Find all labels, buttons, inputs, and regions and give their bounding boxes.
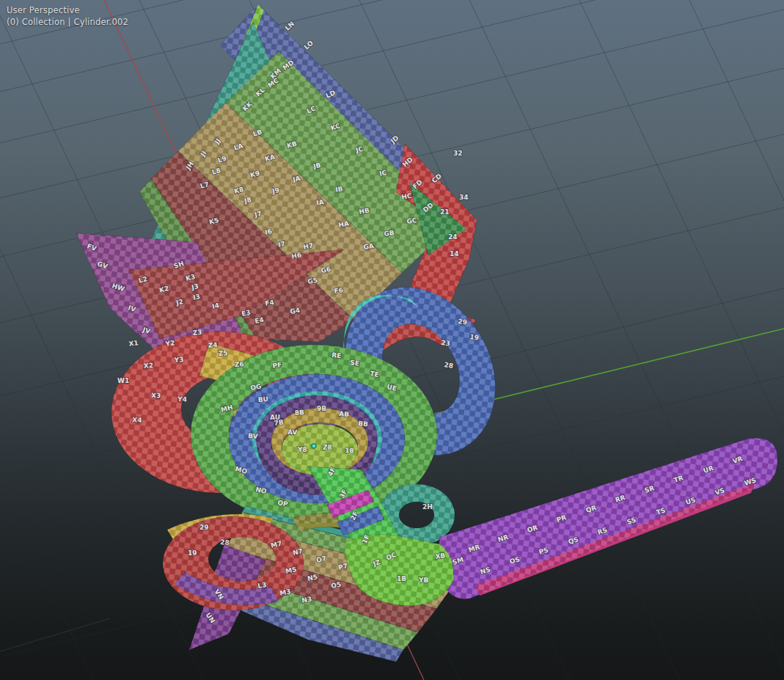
uv-grid-label: I7 [277, 240, 285, 249]
active-object-breadcrumb-text: (0) Collection | Cylinder.002 [7, 16, 128, 28]
uv-grid-label: GB [384, 229, 395, 238]
uv-grid-label: RE [331, 351, 342, 359]
uv-grid-label: 28 [220, 538, 230, 546]
uv-grid-label: 1B [397, 575, 406, 582]
uv-grid-label: GA [363, 242, 375, 251]
uv-grid-label: 34 [459, 194, 469, 201]
viewport-header-overlay: User Perspective (0) Collection | Cylind… [7, 4, 128, 28]
uv-grid-label: 23 [441, 339, 451, 348]
uv-grid-label: Z4 [208, 341, 217, 349]
uv-grid-label: IB [335, 185, 344, 194]
uv-grid-label: SE [350, 359, 360, 368]
uv-grid-label: Z6 [235, 361, 244, 368]
uv-grid-label: 14 [450, 250, 459, 257]
uv-grid-label: 28 [444, 361, 454, 370]
uv-grid-label: AB [339, 410, 350, 418]
uv-grid-label: W1 [117, 377, 129, 384]
uv-grid-label: F4 [265, 299, 275, 307]
uv-grid-label: X4 [132, 416, 142, 424]
uv-grid-label: 18 [345, 447, 354, 455]
uv-grid-label: Y3 [173, 356, 184, 364]
viewport-canvas[interactable]: LNLOKMKLKKJDHDFDDDCDJHJIJJMDMCLDLCLBLAL9… [0, 0, 784, 680]
blender-3d-viewport[interactable]: LNLOKMKLKKJDHDFDDDCDJHJIJJMDMCLDLCLBLAL9… [0, 0, 784, 680]
uv-grid-label: GC [406, 216, 418, 225]
uv-grid-label: Y2 [164, 339, 175, 348]
uv-grid-label: G4 [290, 307, 301, 315]
uv-grid-label: AV [287, 428, 298, 436]
uv-grid-label: BB [358, 420, 369, 428]
uv-grid-label: YB [418, 577, 429, 584]
uv-grid-label: 24 [448, 233, 458, 241]
uv-grid-label: 9B [317, 405, 326, 412]
uv-grid-label: X2 [143, 362, 153, 370]
uv-grid-label: 19 [188, 549, 197, 557]
uv-grid-label: Z8 [323, 444, 332, 451]
uv-grid-label: 8B [294, 409, 304, 417]
uv-grid-label: 21 [440, 208, 450, 216]
uv-grid-label: 7B [274, 418, 284, 427]
view-name-text: User Perspective [7, 4, 128, 16]
uv-grid-label: 29 [458, 318, 468, 326]
uv-grid-label: XB [435, 552, 446, 560]
uv-grid-label: TE [370, 370, 380, 379]
uv-grid-label: I3 [192, 293, 200, 301]
uv-grid-label: I4 [211, 301, 219, 310]
uv-grid-label: Z5 [218, 349, 227, 357]
uv-grid-label: Y4 [177, 395, 187, 403]
uv-grid-label: G6 [320, 266, 331, 274]
uv-grid-label: 29 [199, 524, 209, 531]
object-origin-dot [312, 444, 316, 448]
uv-grid-label: I6 [264, 227, 272, 236]
uv-grid-label: LN [284, 20, 296, 32]
uv-grid-label: Y8 [297, 446, 307, 453]
uv-grid-label: IA [316, 198, 325, 207]
uv-grid-label: X1 [128, 339, 139, 348]
uv-grid-label: LO [303, 39, 315, 51]
uv-grid-label: Z3 [192, 329, 202, 337]
uv-grid-label: F6 [334, 286, 344, 295]
uv-grid-label: G5 [307, 277, 318, 285]
y-axis-green-faint [0, 618, 110, 651]
uv-grid-label: X3 [151, 392, 161, 399]
uv-grid-label: 2H [422, 503, 433, 511]
uv-grid-label: 32 [453, 150, 463, 157]
uv-grid-label: PF [272, 361, 282, 370]
uv-grid-label: 19 [469, 333, 480, 342]
uv-grid-label: BU [257, 395, 268, 403]
uv-grid-label: BV [248, 432, 258, 440]
